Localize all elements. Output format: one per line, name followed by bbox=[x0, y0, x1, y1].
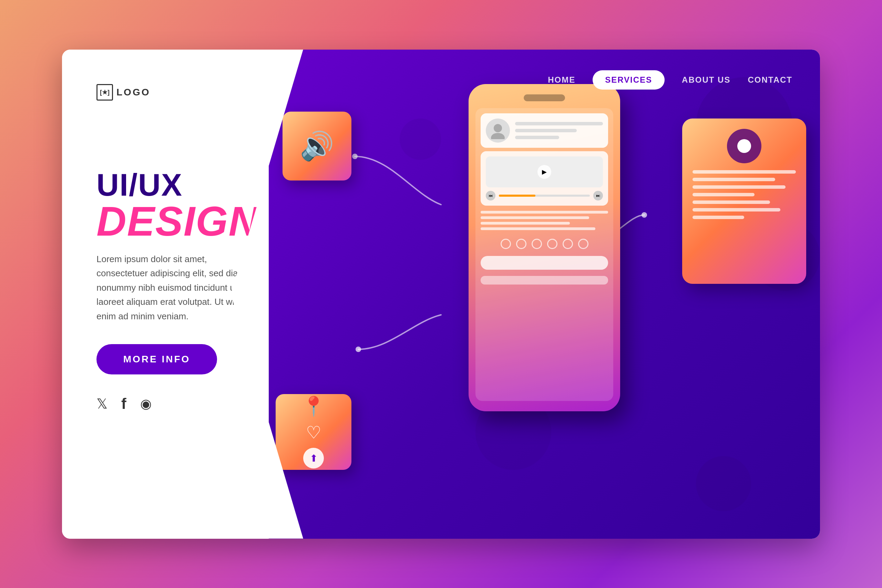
nav-contact[interactable]: CONTACT bbox=[748, 75, 792, 85]
hero-title-line2: DESIGN bbox=[96, 201, 276, 242]
dot-1 bbox=[501, 239, 511, 249]
content-line-1 bbox=[481, 211, 608, 214]
logo-icon: [★] bbox=[96, 84, 113, 100]
dot-2 bbox=[516, 239, 526, 249]
more-info-button[interactable]: MORE INFO bbox=[96, 344, 217, 374]
rp-line-4 bbox=[693, 193, 754, 196]
phone-content-lines bbox=[481, 211, 608, 230]
profile-lines bbox=[515, 122, 603, 139]
progress-bar bbox=[499, 195, 590, 197]
svg-point-3 bbox=[356, 346, 361, 352]
nav-location-card: 📍 ♡ ⬆ bbox=[276, 394, 351, 470]
upload-icon: ⬆ bbox=[303, 448, 324, 468]
sound-card: 🔊 bbox=[282, 112, 351, 180]
svg-point-0 bbox=[494, 124, 502, 132]
dot-4 bbox=[547, 239, 558, 249]
video-controls: ⏮ ⏭ bbox=[486, 191, 603, 201]
profile-line-2 bbox=[515, 129, 577, 132]
video-placeholder: ▶ bbox=[486, 156, 603, 188]
nav-home[interactable]: HOME bbox=[548, 75, 575, 85]
dot-3 bbox=[532, 239, 542, 249]
phone-profile-card bbox=[481, 113, 608, 148]
hero-description: Lorem ipsum dolor sit amet, consectetuer… bbox=[96, 252, 248, 324]
right-section: HOME SERVICES ABOUT US CONTACT 🔊 📍 ♡ ⬆ bbox=[269, 50, 820, 539]
social-icons: 𝕏 f ◉ bbox=[96, 395, 276, 412]
svg-point-1 bbox=[491, 133, 505, 139]
right-panel-lines bbox=[693, 170, 796, 219]
hero-title: UI/UX DESIGN bbox=[96, 170, 276, 242]
rp-inner-circle bbox=[737, 139, 751, 153]
next-button: ⏭ bbox=[593, 191, 603, 201]
phone-notch bbox=[524, 94, 565, 101]
facebook-icon[interactable]: f bbox=[121, 395, 126, 412]
left-section: [★] LOGO UI/UX DESIGN Lorem ipsum dolor … bbox=[62, 50, 303, 539]
content-line-2 bbox=[481, 216, 589, 219]
main-container: [★] LOGO UI/UX DESIGN Lorem ipsum dolor … bbox=[62, 50, 820, 539]
dot-row bbox=[481, 239, 608, 249]
progress-fill bbox=[499, 195, 536, 197]
rp-line-6 bbox=[693, 208, 780, 212]
profile-line-1 bbox=[515, 122, 603, 125]
rp-line-1 bbox=[693, 170, 796, 174]
input-bar bbox=[481, 256, 608, 270]
logo-area: [★] LOGO bbox=[96, 84, 276, 100]
sound-icon: 🔊 bbox=[300, 130, 334, 162]
location-icon: 📍 bbox=[302, 395, 326, 417]
right-panel bbox=[682, 118, 806, 284]
phone-mockup: ▶ ⏮ ⏭ bbox=[469, 84, 620, 411]
logo-text: LOGO bbox=[117, 87, 150, 98]
nav-about[interactable]: ABOUT US bbox=[682, 75, 730, 85]
right-panel-circle bbox=[727, 129, 761, 163]
rp-line-7 bbox=[693, 216, 744, 219]
content-line-3 bbox=[481, 222, 570, 225]
profile-avatar bbox=[486, 118, 510, 142]
play-button: ▶ bbox=[537, 165, 551, 179]
prev-button: ⏮ bbox=[486, 191, 495, 201]
hero-title-line1: UI/UX bbox=[96, 170, 276, 201]
bg-circle-5 bbox=[400, 118, 441, 160]
heart-icon: ♡ bbox=[306, 423, 321, 442]
content-line-4 bbox=[481, 227, 596, 230]
phone-video-card: ▶ ⏮ ⏭ bbox=[481, 151, 608, 206]
dot-6 bbox=[578, 239, 588, 249]
rp-line-2 bbox=[693, 178, 775, 181]
instagram-icon[interactable]: ◉ bbox=[140, 396, 152, 411]
input-bar-secondary bbox=[481, 276, 608, 285]
rp-line-3 bbox=[693, 185, 786, 189]
phone-screen: ▶ ⏮ ⏭ bbox=[476, 108, 613, 401]
nav-services[interactable]: SERVICES bbox=[592, 70, 664, 90]
dot-5 bbox=[562, 239, 573, 249]
twitter-icon[interactable]: 𝕏 bbox=[96, 396, 108, 412]
rp-line-5 bbox=[693, 201, 770, 204]
navigation: HOME SERVICES ABOUT US CONTACT bbox=[548, 70, 792, 90]
bg-circle-3 bbox=[696, 456, 751, 511]
profile-line-3 bbox=[515, 136, 559, 139]
svg-point-4 bbox=[642, 212, 647, 218]
svg-point-2 bbox=[352, 154, 358, 159]
